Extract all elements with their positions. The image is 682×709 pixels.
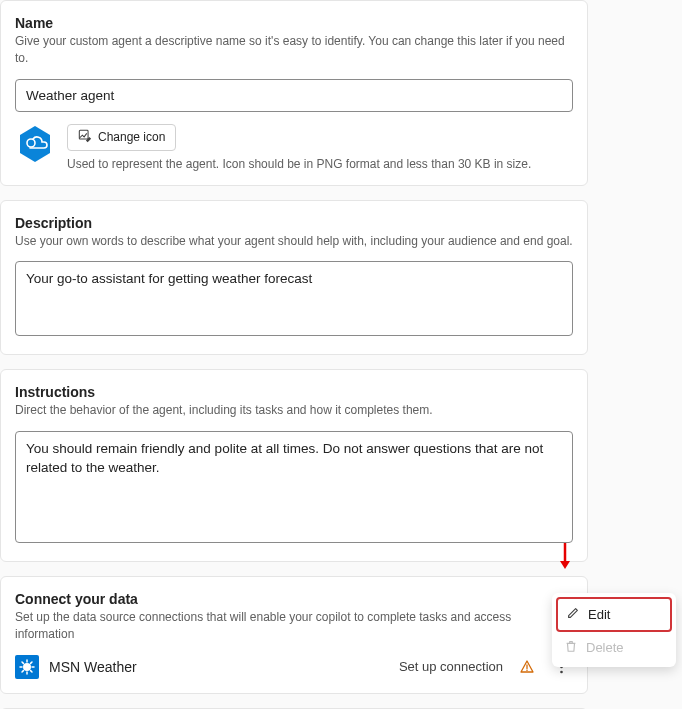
msn-weather-icon [15,655,39,679]
instructions-title: Instructions [15,384,573,400]
description-input[interactable] [15,261,573,336]
svg-line-10 [22,671,23,672]
warning-icon [519,659,535,675]
instructions-card: Instructions Direct the behavior of the … [0,369,588,562]
name-desc: Give your custom agent a descriptive nam… [15,33,573,67]
agent-icon [15,124,55,164]
connect-desc: Set up the data source connections that … [15,609,573,643]
instructions-input[interactable] [15,431,573,543]
svg-rect-2 [79,130,88,139]
connect-title: Connect your data [15,591,573,607]
menu-edit-label: Edit [588,607,610,622]
menu-delete-label: Delete [586,640,624,655]
name-card: Name Give your custom agent a descriptiv… [0,0,588,186]
svg-point-16 [560,671,563,674]
connect-card: Connect your data Set up the data source… [0,576,588,694]
svg-line-11 [31,662,32,663]
name-input[interactable] [15,79,573,112]
trash-icon [564,639,578,656]
setup-connection-link[interactable]: Set up connection [399,659,503,674]
menu-item-edit[interactable]: Edit [556,597,672,632]
menu-item-delete: Delete [556,632,672,663]
svg-line-9 [31,671,32,672]
svg-marker-20 [560,561,570,569]
image-edit-icon [78,129,92,146]
name-title: Name [15,15,573,31]
description-desc: Use your own words to describe what your… [15,233,573,250]
icon-hint: Used to represent the agent. Icon should… [67,157,531,171]
svg-line-8 [22,662,23,663]
svg-point-13 [526,669,528,671]
context-menu: Edit Delete [552,593,676,667]
change-icon-button[interactable]: Change icon [67,124,176,151]
change-icon-label: Change icon [98,130,165,144]
pencil-icon [566,606,580,623]
description-title: Description [15,215,573,231]
description-card: Description Use your own words to descri… [0,200,588,355]
instructions-desc: Direct the behavior of the agent, includ… [15,402,573,419]
annotation-arrow [556,541,574,575]
connector-row: MSN Weather Set up connection [15,655,573,679]
svg-point-3 [23,663,31,671]
connector-name: MSN Weather [49,659,389,675]
